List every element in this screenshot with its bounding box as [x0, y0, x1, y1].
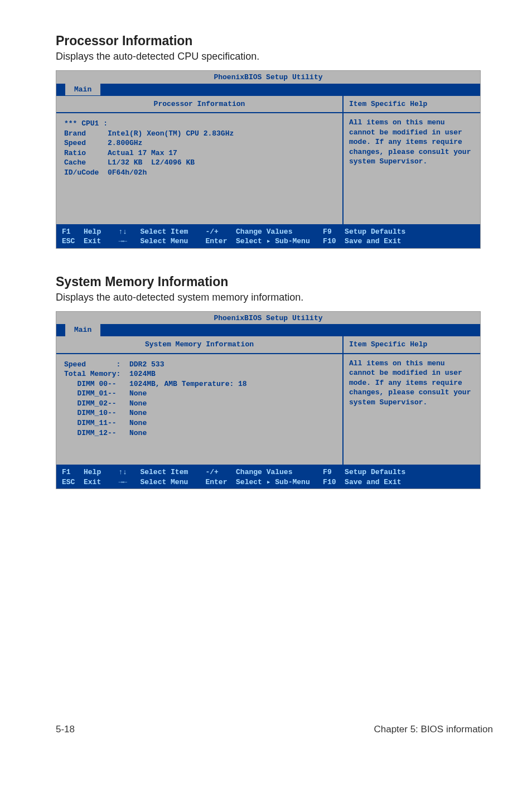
proc-content: *** CPU1 : Brand Intel(R) Xeon(TM) CPU 2… — [56, 113, 342, 183]
proc-subtitle: Displays the auto-detected CPU specifica… — [56, 51, 493, 62]
mem-heading: System Memory Information — [56, 274, 493, 289]
bios-tabbar: Main — [56, 324, 480, 335]
help-body: All items on this menu cannot be modifie… — [344, 113, 480, 171]
page-number: 5-18 — [56, 724, 75, 735]
proc-pane-title: Processor Information — [56, 96, 342, 114]
bios-tab-main: Main — [65, 324, 100, 336]
mem-content: Speed : DDR2 533 Total Memory: 1024MB DI… — [56, 354, 342, 443]
proc-bios-box: PhoenixBIOS Setup Utility Main Processor… — [56, 70, 481, 249]
mem-bios-box: PhoenixBIOS Setup Utility Main System Me… — [56, 311, 481, 490]
mem-subtitle: Displays the auto-detected system memory… — [56, 292, 493, 303]
bios-tabbar: Main — [56, 84, 480, 95]
mem-pane-title: System Memory Information — [56, 336, 342, 354]
bios-footer: F1 Help ↑↓ Select Item -/+ Change Values… — [56, 466, 480, 489]
proc-heading: Processor Information — [56, 33, 493, 49]
bios-tab-main: Main — [65, 84, 100, 96]
help-body: All items on this menu cannot be modifie… — [344, 354, 480, 412]
bios-title: PhoenixBIOS Setup Utility — [56, 71, 480, 84]
chapter-label: Chapter 5: BIOS information — [374, 724, 493, 735]
page-footer: 5-18 Chapter 5: BIOS information — [56, 723, 493, 735]
bios-title: PhoenixBIOS Setup Utility — [56, 312, 480, 325]
bios-footer: F1 Help ↑↓ Select Item -/+ Change Values… — [56, 225, 480, 248]
help-title: Item Specific Help — [344, 96, 480, 114]
help-title: Item Specific Help — [344, 336, 480, 354]
